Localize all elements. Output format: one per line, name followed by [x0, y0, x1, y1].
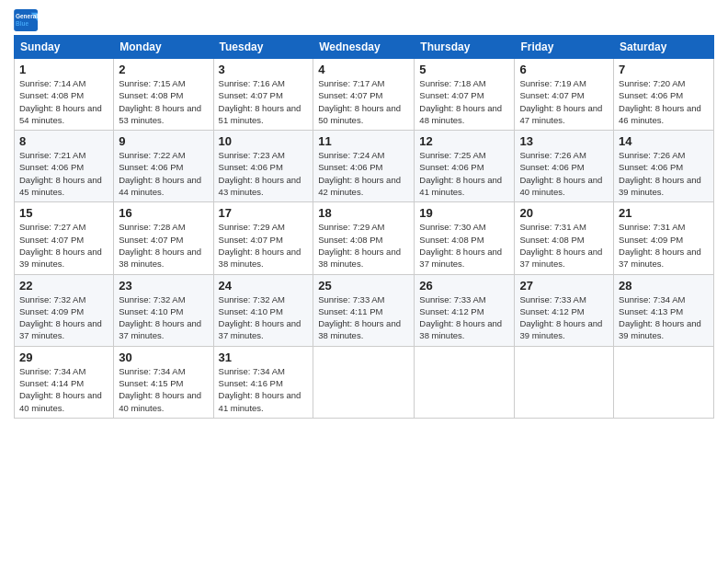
day-number: 25	[318, 279, 409, 293]
calendar-week-1: 1Sunrise: 7:14 AMSunset: 4:08 PMDaylight…	[15, 59, 714, 131]
calendar-week-5: 29Sunrise: 7:34 AMSunset: 4:14 PMDayligh…	[15, 346, 714, 418]
day-number: 23	[119, 279, 208, 293]
day-number: 5	[419, 63, 509, 76]
day-info: Sunrise: 7:30 AMSunset: 4:08 PMDaylight:…	[419, 221, 509, 270]
page-container: General Blue SundayMondayTuesdayWednesda…	[0, 0, 728, 423]
day-number: 21	[619, 206, 709, 220]
weekday-header-tuesday: Tuesday	[213, 36, 313, 59]
calendar-cell: 20Sunrise: 7:31 AMSunset: 4:08 PMDayligh…	[515, 202, 614, 274]
calendar-cell: 2Sunrise: 7:15 AMSunset: 4:08 PMDaylight…	[114, 59, 213, 131]
calendar-cell: 11Sunrise: 7:24 AMSunset: 4:06 PMDayligh…	[313, 131, 415, 202]
weekday-header-monday: Monday	[114, 36, 213, 59]
calendar-cell: 5Sunrise: 7:18 AMSunset: 4:07 PMDaylight…	[415, 59, 515, 131]
day-number: 16	[119, 206, 208, 220]
day-number: 24	[219, 279, 309, 293]
calendar-cell	[614, 346, 714, 418]
calendar-cell: 16Sunrise: 7:28 AMSunset: 4:07 PMDayligh…	[114, 202, 213, 274]
day-info: Sunrise: 7:34 AMSunset: 4:14 PMDaylight:…	[19, 365, 108, 414]
calendar-cell	[313, 346, 415, 418]
calendar-cell: 7Sunrise: 7:20 AMSunset: 4:06 PMDaylight…	[614, 59, 714, 131]
day-info: Sunrise: 7:14 AMSunset: 4:08 PMDaylight:…	[19, 77, 108, 126]
calendar-cell: 14Sunrise: 7:26 AMSunset: 4:06 PMDayligh…	[614, 131, 714, 202]
calendar-cell: 6Sunrise: 7:19 AMSunset: 4:07 PMDaylight…	[515, 59, 614, 131]
calendar-cell: 31Sunrise: 7:34 AMSunset: 4:16 PMDayligh…	[213, 346, 313, 418]
day-info: Sunrise: 7:34 AMSunset: 4:16 PMDaylight:…	[219, 365, 309, 414]
day-number: 7	[619, 63, 709, 76]
day-number: 3	[219, 63, 309, 76]
calendar-cell: 9Sunrise: 7:22 AMSunset: 4:06 PMDaylight…	[114, 131, 213, 202]
day-info: Sunrise: 7:29 AMSunset: 4:07 PMDaylight:…	[219, 221, 309, 270]
calendar-cell: 17Sunrise: 7:29 AMSunset: 4:07 PMDayligh…	[213, 202, 313, 274]
calendar-cell: 10Sunrise: 7:23 AMSunset: 4:06 PMDayligh…	[213, 131, 313, 202]
day-info: Sunrise: 7:31 AMSunset: 4:09 PMDaylight:…	[619, 221, 709, 270]
calendar-cell: 24Sunrise: 7:32 AMSunset: 4:10 PMDayligh…	[213, 274, 313, 346]
day-info: Sunrise: 7:33 AMSunset: 4:12 PMDaylight:…	[519, 293, 609, 342]
logo: General Blue	[14, 9, 40, 31]
day-info: Sunrise: 7:32 AMSunset: 4:09 PMDaylight:…	[19, 293, 108, 342]
day-number: 10	[219, 134, 309, 148]
day-number: 19	[419, 206, 509, 220]
day-info: Sunrise: 7:21 AMSunset: 4:06 PMDaylight:…	[19, 149, 108, 198]
calendar-cell: 12Sunrise: 7:25 AMSunset: 4:06 PMDayligh…	[415, 131, 515, 202]
calendar-cell: 18Sunrise: 7:29 AMSunset: 4:08 PMDayligh…	[313, 202, 415, 274]
calendar-week-2: 8Sunrise: 7:21 AMSunset: 4:06 PMDaylight…	[15, 131, 714, 202]
calendar-cell: 28Sunrise: 7:34 AMSunset: 4:13 PMDayligh…	[614, 274, 714, 346]
day-number: 4	[318, 63, 409, 76]
calendar-cell: 23Sunrise: 7:32 AMSunset: 4:10 PMDayligh…	[114, 274, 213, 346]
day-info: Sunrise: 7:29 AMSunset: 4:08 PMDaylight:…	[318, 221, 409, 270]
calendar-cell: 15Sunrise: 7:27 AMSunset: 4:07 PMDayligh…	[15, 202, 114, 274]
day-info: Sunrise: 7:27 AMSunset: 4:07 PMDaylight:…	[19, 221, 108, 270]
day-number: 1	[19, 63, 108, 76]
calendar-cell	[415, 346, 515, 418]
calendar-cell: 27Sunrise: 7:33 AMSunset: 4:12 PMDayligh…	[515, 274, 614, 346]
day-info: Sunrise: 7:33 AMSunset: 4:11 PMDaylight:…	[318, 293, 409, 342]
day-info: Sunrise: 7:18 AMSunset: 4:07 PMDaylight:…	[419, 77, 509, 126]
calendar-cell: 22Sunrise: 7:32 AMSunset: 4:09 PMDayligh…	[15, 274, 114, 346]
day-info: Sunrise: 7:23 AMSunset: 4:06 PMDaylight:…	[219, 149, 309, 198]
day-info: Sunrise: 7:16 AMSunset: 4:07 PMDaylight:…	[219, 77, 309, 126]
day-number: 9	[119, 134, 208, 148]
day-info: Sunrise: 7:34 AMSunset: 4:15 PMDaylight:…	[119, 365, 208, 414]
calendar-cell: 4Sunrise: 7:17 AMSunset: 4:07 PMDaylight…	[313, 59, 415, 131]
logo-icon: General Blue	[14, 9, 40, 31]
calendar-cell: 30Sunrise: 7:34 AMSunset: 4:15 PMDayligh…	[114, 346, 213, 418]
calendar-table: SundayMondayTuesdayWednesdayThursdayFrid…	[14, 35, 714, 419]
day-number: 12	[419, 134, 509, 148]
day-number: 22	[19, 279, 108, 293]
weekday-header-thursday: Thursday	[415, 36, 515, 59]
day-number: 28	[619, 279, 709, 293]
day-number: 18	[318, 206, 409, 220]
day-info: Sunrise: 7:15 AMSunset: 4:08 PMDaylight:…	[119, 77, 208, 126]
day-info: Sunrise: 7:31 AMSunset: 4:08 PMDaylight:…	[519, 221, 609, 270]
day-info: Sunrise: 7:34 AMSunset: 4:13 PMDaylight:…	[619, 293, 709, 342]
day-info: Sunrise: 7:28 AMSunset: 4:07 PMDaylight:…	[119, 221, 208, 270]
calendar-week-3: 15Sunrise: 7:27 AMSunset: 4:07 PMDayligh…	[15, 202, 714, 274]
day-info: Sunrise: 7:26 AMSunset: 4:06 PMDaylight:…	[519, 149, 609, 198]
day-info: Sunrise: 7:17 AMSunset: 4:07 PMDaylight:…	[318, 77, 409, 126]
day-info: Sunrise: 7:25 AMSunset: 4:06 PMDaylight:…	[419, 149, 509, 198]
day-info: Sunrise: 7:32 AMSunset: 4:10 PMDaylight:…	[119, 293, 208, 342]
weekday-header-wednesday: Wednesday	[313, 36, 415, 59]
day-number: 26	[419, 279, 509, 293]
day-number: 6	[519, 63, 609, 76]
calendar-cell: 25Sunrise: 7:33 AMSunset: 4:11 PMDayligh…	[313, 274, 415, 346]
calendar-cell: 29Sunrise: 7:34 AMSunset: 4:14 PMDayligh…	[15, 346, 114, 418]
calendar-cell: 8Sunrise: 7:21 AMSunset: 4:06 PMDaylight…	[15, 131, 114, 202]
weekday-header-row: SundayMondayTuesdayWednesdayThursdayFrid…	[15, 36, 714, 59]
weekday-header-friday: Friday	[515, 36, 614, 59]
day-info: Sunrise: 7:32 AMSunset: 4:10 PMDaylight:…	[219, 293, 309, 342]
day-number: 30	[119, 350, 208, 364]
calendar-cell: 19Sunrise: 7:30 AMSunset: 4:08 PMDayligh…	[415, 202, 515, 274]
day-info: Sunrise: 7:22 AMSunset: 4:06 PMDaylight:…	[119, 149, 208, 198]
calendar-cell: 13Sunrise: 7:26 AMSunset: 4:06 PMDayligh…	[515, 131, 614, 202]
day-number: 14	[619, 134, 709, 148]
calendar-cell: 1Sunrise: 7:14 AMSunset: 4:08 PMDaylight…	[15, 59, 114, 131]
day-number: 17	[219, 206, 309, 220]
calendar-week-4: 22Sunrise: 7:32 AMSunset: 4:09 PMDayligh…	[15, 274, 714, 346]
day-info: Sunrise: 7:19 AMSunset: 4:07 PMDaylight:…	[519, 77, 609, 126]
day-number: 29	[19, 350, 108, 364]
day-info: Sunrise: 7:24 AMSunset: 4:06 PMDaylight:…	[318, 149, 409, 198]
day-number: 15	[19, 206, 108, 220]
day-info: Sunrise: 7:26 AMSunset: 4:06 PMDaylight:…	[619, 149, 709, 198]
header: General Blue	[14, 9, 714, 31]
